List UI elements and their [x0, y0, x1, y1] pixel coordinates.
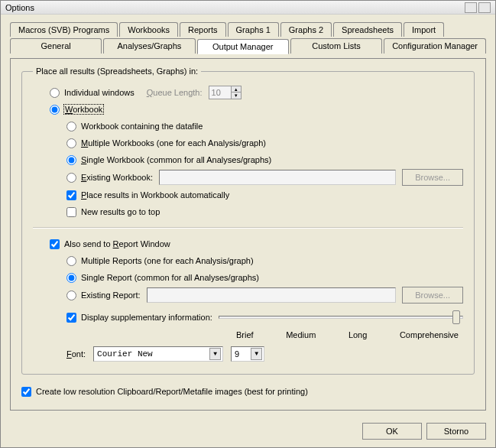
font-combo[interactable]: Courier New ▼ — [93, 346, 223, 362]
ok-button[interactable]: OK — [362, 423, 422, 440]
dialog-buttons: OK Storno — [1, 418, 495, 447]
rpt-existing-radio[interactable] — [66, 291, 76, 300]
titlebar: Options — [1, 1, 495, 15]
wb-containing-datafile-radio[interactable] — [66, 122, 76, 131]
new-results-top-checkbox[interactable] — [66, 207, 76, 217]
detail-slider[interactable] — [219, 310, 463, 324]
tab-panel: Place all results (Spreadsheets, Graphs)… — [10, 58, 486, 411]
content-area: Macros (SVB) Programs Workbooks Reports … — [1, 15, 495, 418]
tab-general[interactable]: General — [10, 38, 102, 54]
rpt-existing-label: Existing Report: — [81, 291, 141, 300]
tab-custom-lists[interactable]: Custom Lists — [290, 38, 382, 54]
queue-length-label: Queue Length: — [147, 88, 203, 97]
wb-existing-path-field[interactable] — [159, 170, 396, 185]
chevron-down-icon[interactable]: ▼ — [251, 348, 262, 360]
tab-strip: Macros (SVB) Programs Workbooks Reports … — [10, 22, 486, 54]
tab-analyses-graphs[interactable]: Analyses/Graphs — [103, 38, 195, 54]
titlebar-button-1[interactable] — [465, 2, 477, 13]
place-auto-label: Place results in Workbook automatically — [81, 190, 229, 200]
individual-windows-radio[interactable] — [50, 88, 60, 98]
wb-multiple-radio[interactable] — [66, 138, 76, 148]
cancel-button[interactable]: Storno — [426, 423, 486, 440]
individual-windows-label: Individual windows — [64, 88, 135, 97]
rpt-browse-button[interactable]: Browse... — [402, 287, 463, 304]
rpt-existing-path-field[interactable] — [147, 287, 396, 303]
spinner-up-icon[interactable]: ▴ — [232, 86, 241, 93]
wb-single-label: Single Workbook (common for all Analyses… — [81, 155, 271, 164]
tab-graphs1[interactable]: Graphs 1 — [228, 22, 279, 37]
rpt-single-label: Single Report (common for all Analyses/g… — [81, 273, 259, 282]
slider-tick-labels: Brief Medium Long Comprehensive — [232, 330, 463, 339]
place-auto-checkbox[interactable] — [66, 190, 76, 200]
slider-thumb[interactable] — [452, 310, 460, 324]
tab-reports[interactable]: Reports — [180, 22, 226, 37]
wb-existing-radio[interactable] — [66, 173, 76, 183]
tab-configuration-manager[interactable]: Configuration Manager — [384, 38, 486, 54]
options-window: Options Macros (SVB) Programs Workbooks … — [0, 0, 496, 448]
tick-brief: Brief — [236, 330, 254, 339]
display-supplementary-label: Display supplementary information: — [81, 313, 212, 322]
wb-existing-label: Existing Workbook: — [81, 173, 153, 182]
spinner-down-icon[interactable]: ▾ — [232, 93, 241, 99]
workbook-label: Workbook — [64, 105, 103, 114]
tab-graphs2[interactable]: Graphs 2 — [280, 22, 332, 37]
tick-medium: Medium — [286, 330, 316, 339]
low-res-images-checkbox[interactable] — [21, 387, 31, 397]
chevron-down-icon[interactable]: ▼ — [209, 348, 221, 360]
tab-workbooks[interactable]: Workbooks — [119, 22, 178, 37]
titlebar-button-2[interactable] — [478, 2, 491, 13]
font-label: Font: — [66, 349, 86, 359]
workbook-radio[interactable] — [50, 105, 60, 115]
tab-spreadsheets[interactable]: Spreadsheets — [333, 22, 402, 37]
queue-length-input[interactable] — [209, 86, 231, 99]
font-size-combo[interactable]: 9 ▼ — [231, 346, 264, 362]
rpt-multiple-radio[interactable] — [66, 256, 76, 266]
tick-comprehensive: Comprehensive — [400, 330, 459, 339]
display-supplementary-checkbox[interactable] — [66, 313, 76, 323]
divider — [33, 227, 463, 229]
wb-single-radio[interactable] — [66, 155, 76, 165]
tab-import[interactable]: Import — [404, 22, 444, 37]
wb-multiple-label: Multiple Workbooks (one for each Analysi… — [81, 138, 266, 148]
titlebar-buttons — [465, 2, 491, 13]
font-size-value: 9 — [235, 349, 251, 359]
also-send-report-checkbox[interactable] — [50, 239, 60, 249]
new-results-top-label: New results go to top — [81, 207, 160, 216]
window-title: Options — [5, 3, 34, 12]
font-combo-value: Courier New — [97, 349, 209, 359]
tick-long: Long — [348, 330, 367, 339]
slider-track — [219, 316, 463, 319]
tab-output-manager[interactable]: Output Manager — [197, 39, 289, 54]
place-results-group: Place all results (Spreadsheets, Graphs)… — [21, 67, 475, 375]
tab-macros[interactable]: Macros (SVB) Programs — [10, 22, 118, 37]
wb-browse-button[interactable]: Browse... — [402, 169, 463, 186]
rpt-single-radio[interactable] — [66, 273, 76, 283]
rpt-multiple-label: Multiple Reports (one for each Analysis/… — [81, 256, 254, 265]
wb-containing-datafile-label: Workbook containing the datafile — [81, 122, 203, 131]
low-res-images-label: Create low resolution Clipboard/Report/M… — [36, 387, 308, 396]
queue-length-spinner[interactable]: ▴ ▾ — [209, 86, 242, 99]
group-legend: Place all results (Spreadsheets, Graphs)… — [33, 67, 201, 76]
also-send-report-label: Also send to Report Window — [64, 239, 170, 248]
